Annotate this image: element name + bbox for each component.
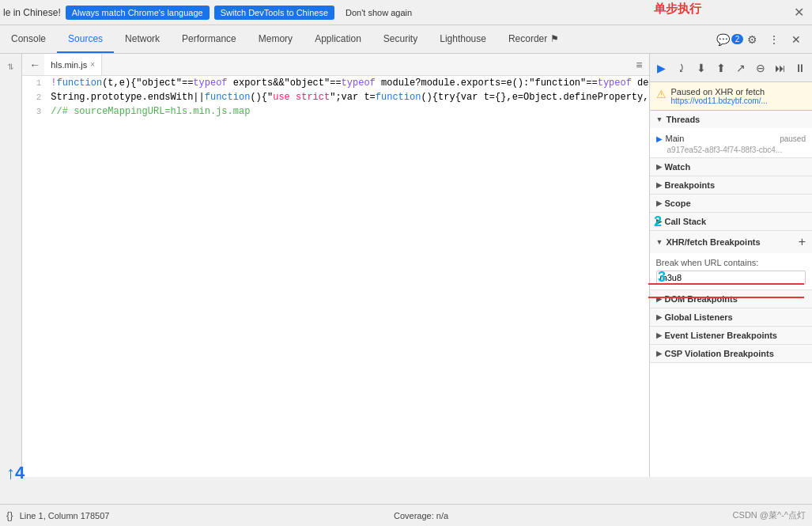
tab-memory[interactable]: Memory — [247, 25, 304, 53]
back-button[interactable]: ← — [25, 55, 44, 74]
scope-section: ▶ Scope — [650, 195, 812, 213]
code-container: 1 !function(t,e){"object"==typeof export… — [22, 76, 648, 477]
tab-application[interactable]: Application — [304, 25, 372, 53]
thread-main-status: paused — [780, 134, 806, 143]
step-into-button[interactable]: ⬇ — [692, 59, 710, 78]
close-file-tab[interactable]: × — [90, 60, 95, 69]
line-content-1: !function(t,e){"object"==typeof exports&… — [47, 76, 648, 90]
cursor-position: Line 1, Column 178507 — [20, 511, 110, 520]
csp-header[interactable]: ▶ CSP Violation Breakpoints — [650, 345, 812, 362]
format-button[interactable]: {} — [6, 509, 13, 521]
tab-recorder[interactable]: Recorder ⚑ — [497, 25, 570, 53]
editor-area: ← hls.min.js × ≡ 1 !function(t,e){"objec… — [22, 54, 649, 477]
csp-label: CSP Violation Breakpoints — [665, 349, 774, 358]
watch-arrow-icon: ▶ — [656, 163, 662, 171]
csp-arrow-icon: ▶ — [656, 350, 662, 358]
xhr-add-button[interactable]: + — [799, 235, 806, 249]
dont-show-button[interactable]: Don't show again — [339, 6, 418, 20]
watch-header[interactable]: ▶ Watch — [650, 158, 812, 176]
line-number-3: 3 — [22, 104, 47, 119]
global-listeners-label: Global Listeners — [665, 312, 733, 322]
step-button[interactable]: ↗ — [731, 59, 750, 78]
file-tab-hls[interactable]: hls.min.js × — [44, 54, 102, 75]
thread-main-arrow-icon: ▶ — [656, 134, 663, 143]
watch-section: ▶ Watch — [650, 158, 812, 176]
more-button[interactable]: ⋮ — [765, 30, 784, 49]
language-banner: le in Chinese! Always match Chrome's lan… — [0, 0, 812, 25]
xhr-breakpoints-header[interactable]: ▼ XHR/fetch Breakpoints + — [650, 231, 812, 253]
tab-lighthouse[interactable]: Lighthouse — [429, 25, 497, 53]
breakpoints-label: Breakpoints — [665, 180, 716, 190]
global-listeners-section: ▶ Global Listeners — [650, 308, 812, 327]
main-tab-bar: Console Sources Network Performance Memo… — [0, 25, 812, 54]
event-listener-breakpoints-section: ▶ Event Listener Breakpoints — [650, 327, 812, 345]
call-stack-header[interactable]: ▶ Call Stack — [650, 213, 812, 230]
xhr-breakpoints-section: ▼ XHR/fetch Breakpoints + Break when URL… — [650, 231, 812, 290]
code-line-2: 2 String.prototype.endsWith||function(){… — [22, 90, 648, 104]
deactivate-button[interactable]: ⊖ — [751, 59, 769, 78]
threads-section: ▼ Threads ▶ Main paused a917ea52-a8f3-4f… — [650, 111, 812, 158]
branding-text: CSDN @菜^-^点灯 — [733, 509, 806, 521]
tab-performance[interactable]: Performance — [171, 25, 247, 53]
line-content-3: //# sourceMappingURL=hls.min.js.map — [47, 104, 648, 119]
tab-sources[interactable]: Sources — [57, 25, 114, 53]
threads-header[interactable]: ▼ Threads — [650, 111, 812, 128]
watch-label: Watch — [665, 162, 691, 172]
code-line-1: 1 !function(t,e){"object"==typeof export… — [22, 76, 648, 90]
scope-label: Scope — [665, 199, 691, 208]
right-panel: ▶ ⤸ ⬇ ⬆ ↗ ⊖ ⏭ ⏸ ⚠ Paused on XHR or fetch… — [650, 54, 812, 477]
dom-breakpoints-section: ▶ DOM Breakpoints — [650, 290, 812, 308]
pause-info-bar: ⚠ Paused on XHR or fetch https://vod11.b… — [650, 82, 812, 111]
breakpoints-arrow-icon: ▶ — [656, 181, 662, 189]
notifications-button[interactable]: 💬 2 — [720, 30, 739, 49]
pause-warning-icon: ⚠ — [656, 88, 667, 100]
csp-violation-breakpoints-section: ▶ CSP Violation Breakpoints — [650, 345, 812, 363]
settings-button[interactable]: ⚙ — [742, 30, 761, 49]
line-content-2: String.prototype.endsWith||function(){"u… — [47, 90, 648, 104]
xhr-input-label: Break when URL contains: — [656, 258, 806, 267]
coverage-info: Coverage: n/a — [394, 511, 448, 520]
tab-network[interactable]: Network — [114, 25, 171, 53]
file-nav-button[interactable]: ≡ — [633, 59, 645, 71]
tab-security[interactable]: Security — [372, 25, 429, 53]
pause-title: Paused on XHR or fetch — [671, 87, 768, 96]
call-stack-section: ▶ Call Stack — [650, 213, 812, 231]
thread-main-name: Main — [666, 134, 685, 143]
close-banner-button[interactable]: ✕ — [789, 5, 809, 20]
red-underline-xhr2 — [648, 297, 804, 298]
global-listeners-arrow-icon: ▶ — [656, 313, 662, 321]
tab-console[interactable]: Console — [0, 25, 57, 53]
call-stack-label: Call Stack — [665, 217, 707, 226]
breakpoints-section: ▶ Breakpoints — [650, 176, 812, 195]
threads-arrow-icon: ▼ — [656, 115, 663, 123]
debugger-toolbar: ▶ ⤸ ⬇ ⬆ ↗ ⊖ ⏭ ⏸ — [650, 54, 812, 82]
event-listener-arrow-icon: ▶ — [656, 331, 662, 339]
step-over-button[interactable]: ⤸ — [672, 59, 690, 78]
dom-breakpoints-header[interactable]: ▶ DOM Breakpoints — [650, 290, 812, 308]
xhr-breakpoints-label: XHR/fetch Breakpoints — [666, 237, 760, 247]
event-listener-label: Event Listener Breakpoints — [665, 331, 777, 340]
annotation-2: 2 — [654, 214, 662, 230]
file-tree-toggle[interactable]: ⇌ — [2, 57, 21, 76]
global-listeners-header[interactable]: ▶ Global Listeners — [650, 308, 812, 326]
detach-button[interactable]: ✕ — [787, 30, 806, 49]
breakpoints-header[interactable]: ▶ Breakpoints — [650, 176, 812, 194]
xhr-arrow-icon: ▼ — [656, 238, 663, 246]
event-listener-breakpoints-header[interactable]: ▶ Event Listener Breakpoints — [650, 327, 812, 344]
file-tab-bar: ← hls.min.js × ≡ — [22, 54, 648, 76]
resume-button[interactable]: ▶ — [653, 59, 671, 78]
file-tab-name: hls.min.js — [51, 60, 87, 70]
pause-exceptions-button[interactable]: ⏸ — [791, 59, 809, 78]
line-number-2: 2 — [22, 90, 47, 104]
match-language-button[interactable]: Always match Chrome's language — [66, 6, 210, 20]
left-panel: ⇌ — [0, 54, 22, 477]
dont-pause-button[interactable]: ⏭ — [771, 59, 789, 78]
thread-main-id: a917ea52-a8f3-4f74-88f3-cbc4... — [656, 146, 806, 154]
step-out-button[interactable]: ⬆ — [712, 59, 730, 78]
switch-language-button[interactable]: Switch DevTools to Chinese — [214, 6, 334, 20]
scope-header[interactable]: ▶ Scope — [650, 195, 812, 212]
main-layout: ⇌ ← hls.min.js × ≡ 1 !function(t,e){"obj… — [0, 54, 812, 477]
red-underline-xhr — [648, 283, 804, 285]
step4-annotation: ↑4 — [6, 463, 25, 483]
status-bar: {} Line 1, Column 178507 Coverage: n/a C… — [0, 504, 812, 526]
